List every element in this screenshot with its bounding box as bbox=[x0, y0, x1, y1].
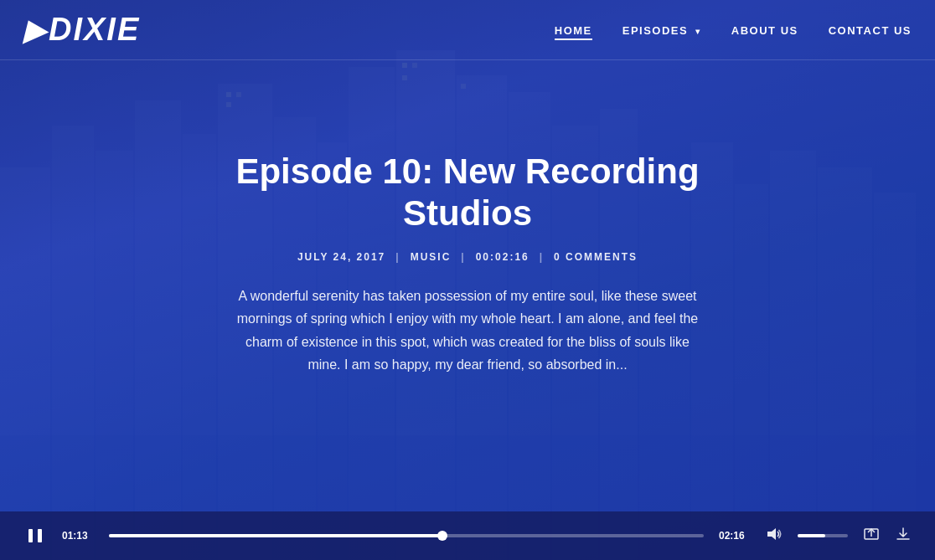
hero-section: ▶Dixie HOME EPISODES ▾ ABOUT US CONTACT … bbox=[0, 0, 935, 560]
dropdown-arrow-icon: ▾ bbox=[695, 27, 701, 36]
pause-button[interactable] bbox=[23, 527, 47, 545]
episode-title: Episode 10: New Recording Studios bbox=[183, 151, 752, 235]
meta-duration: 00:02:16 bbox=[476, 252, 529, 264]
share-button[interactable] bbox=[863, 526, 880, 547]
progress-bar[interactable] bbox=[109, 534, 704, 537]
pause-icon bbox=[26, 527, 44, 545]
player-bar: 01:13 02:16 bbox=[0, 511, 935, 560]
meta-sep-1: | bbox=[395, 252, 400, 264]
navbar: ▶Dixie HOME EPISODES ▾ ABOUT US CONTACT … bbox=[0, 0, 935, 60]
nav-item-about[interactable]: ABOUT US bbox=[731, 23, 798, 38]
meta-sep-2: | bbox=[461, 252, 465, 264]
nav-item-episodes[interactable]: EPISODES ▾ bbox=[622, 23, 701, 38]
episode-description: A wonderful serenity has taken possessio… bbox=[233, 285, 702, 377]
svg-rect-29 bbox=[28, 529, 33, 542]
volume-button[interactable] bbox=[766, 526, 783, 546]
svg-marker-31 bbox=[767, 528, 776, 540]
total-time: 02:16 bbox=[719, 530, 751, 542]
svg-rect-30 bbox=[38, 529, 42, 542]
logo-icon: ▶ bbox=[23, 13, 47, 47]
logo-text: Dixie bbox=[49, 12, 140, 47]
nav-link-episodes[interactable]: EPISODES ▾ bbox=[622, 24, 701, 37]
progress-fill bbox=[109, 534, 442, 537]
nav-links: HOME EPISODES ▾ ABOUT US CONTACT US bbox=[555, 23, 912, 38]
current-time: 01:13 bbox=[62, 530, 94, 542]
volume-fill bbox=[798, 534, 825, 537]
download-icon bbox=[895, 526, 912, 542]
volume-icon bbox=[766, 526, 783, 542]
share-icon bbox=[863, 526, 880, 542]
nav-link-home[interactable]: HOME bbox=[555, 24, 592, 40]
meta-info: JULY 24, 2017 | MUSIC | 00:02:16 | 0 COM… bbox=[183, 252, 752, 264]
nav-item-home[interactable]: HOME bbox=[555, 23, 592, 38]
meta-date: JULY 24, 2017 bbox=[297, 252, 385, 264]
nav-item-contact[interactable]: CONTACT US bbox=[829, 23, 912, 38]
hero-content: Episode 10: New Recording Studios JULY 2… bbox=[183, 151, 752, 377]
logo[interactable]: ▶Dixie bbox=[23, 12, 140, 48]
volume-slider[interactable] bbox=[798, 534, 848, 537]
meta-comments: 0 COMMENTS bbox=[554, 252, 638, 264]
nav-link-about[interactable]: ABOUT US bbox=[731, 24, 798, 37]
meta-category: MUSIC bbox=[411, 252, 452, 264]
download-button[interactable] bbox=[895, 526, 912, 547]
progress-handle[interactable] bbox=[437, 531, 447, 541]
nav-link-contact[interactable]: CONTACT US bbox=[829, 24, 912, 37]
meta-sep-3: | bbox=[540, 252, 544, 264]
